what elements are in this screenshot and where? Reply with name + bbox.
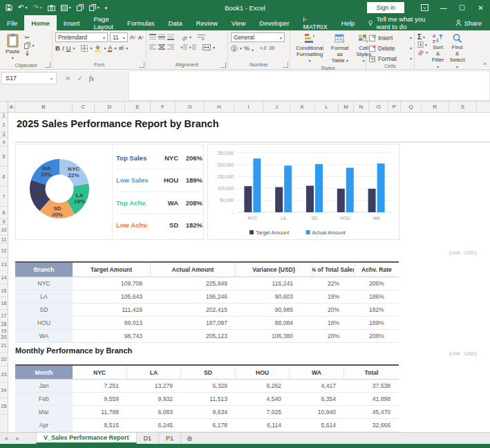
menu-tab-page-layout[interactable]: Page Layout (86, 15, 120, 30)
clear-button[interactable]: ▾ (417, 49, 428, 55)
align-right-icon[interactable] (167, 43, 174, 52)
cut-button[interactable]: ✂ (24, 34, 34, 40)
column-header-F[interactable]: F (151, 102, 176, 112)
row-header-24[interactable]: 24 (0, 382, 8, 398)
menu-tab-developer[interactable]: Developer (252, 15, 296, 30)
name-box[interactable]: S17▾ (1, 72, 57, 84)
autosum-button[interactable]: Σ▾ (417, 34, 428, 40)
column-header-E[interactable]: E (125, 102, 151, 112)
row-header-21[interactable]: 21 (0, 339, 8, 353)
sheet-tab-p1[interactable]: P1 (159, 433, 181, 444)
column-header-O[interactable]: O (369, 102, 388, 112)
column-header-A[interactable]: A (8, 102, 15, 112)
column-header-G[interactable]: G (176, 102, 205, 112)
wrap-text-button[interactable] (198, 32, 205, 41)
increase-font-icon[interactable]: A˄ (130, 33, 136, 42)
align-bottom-icon[interactable] (167, 32, 174, 41)
monthly-row-apr[interactable]: Apr8,5156,2456,1786,1145,61432,666 (15, 419, 399, 432)
menu-tab-data[interactable]: Data (162, 15, 189, 30)
qat-customize-icon[interactable]: ▾ (105, 6, 108, 10)
formula-input[interactable] (129, 71, 490, 101)
align-left-icon[interactable] (149, 43, 156, 52)
share-button[interactable]: Share (447, 15, 490, 30)
number-dialog-launcher[interactable] (283, 62, 288, 68)
row-header-5[interactable]: 5 (0, 147, 8, 167)
decrease-font-icon[interactable]: A˅ (138, 33, 144, 42)
branch-row-nyc[interactable]: NYC109,708225,949116,24122%206% (15, 277, 399, 290)
copy-button[interactable]: ▾ (24, 42, 34, 48)
column-header-R[interactable]: R (422, 102, 449, 112)
column-header-I[interactable]: I (234, 102, 263, 112)
font-name-combo[interactable]: Pretendard▾ (55, 32, 108, 42)
tell-me-box[interactable]: Tell me what you want to do (361, 15, 446, 30)
row-header-12[interactable]: 12 (0, 243, 8, 258)
column-header-S[interactable]: S (449, 102, 477, 112)
row-header-15[interactable]: 15 (0, 284, 8, 297)
cancel-entry-icon[interactable]: ✕ (65, 75, 70, 82)
merge-center-button[interactable] (202, 43, 211, 52)
row-header-3[interactable]: 3 (0, 132, 8, 138)
increase-decimal-button[interactable]: +.0 (260, 44, 266, 53)
column-header-B[interactable]: B (15, 102, 73, 112)
column-header-N[interactable]: N (354, 102, 369, 112)
column-header-K[interactable]: K (290, 102, 315, 112)
insert-function-icon[interactable]: fx (89, 75, 94, 82)
menu-tab-i-matrix[interactable]: i-MATRIX (296, 15, 334, 30)
accounting-format-button[interactable]: $ (231, 44, 238, 53)
comma-style-button[interactable]: , (252, 44, 254, 53)
row-header-8[interactable]: 8 (0, 207, 8, 219)
monthly-row-feb[interactable]: Feb9,5599,93211,5134,5406,35441,898 (15, 393, 399, 406)
borders-button[interactable] (81, 44, 88, 53)
row-header-16[interactable]: 16 (0, 297, 8, 310)
alignment-dialog-launcher[interactable] (220, 62, 226, 68)
select-all-corner[interactable] (0, 102, 8, 112)
menu-tab-help[interactable]: Help (334, 15, 362, 30)
close-button[interactable]: ✕ (471, 0, 490, 15)
insert-cells-button[interactable]: Insert▾ (369, 33, 412, 42)
orientation-button[interactable]: ab (180, 32, 187, 41)
row-header-11[interactable]: 11 (0, 236, 8, 243)
increase-indent-icon[interactable] (189, 43, 196, 52)
row-header-14[interactable]: 14 (0, 271, 8, 284)
branch-row-wa[interactable]: WA98,743205,123106,38020%208% (15, 330, 399, 343)
row-header-17[interactable]: 17 (0, 310, 8, 322)
decrease-decimal-button[interactable]: .00 (268, 44, 274, 53)
row-header-6[interactable]: 6 (0, 167, 8, 187)
find-select-button[interactable]: Find &Select ▾ (448, 32, 467, 71)
row-header-10[interactable]: 10 (0, 225, 8, 236)
sort-filter-button[interactable]: AZ Sort &Filter ▾ (430, 32, 446, 71)
sheet-nav-right-icon[interactable]: ► (12, 433, 23, 444)
italic-button[interactable]: I (62, 44, 64, 53)
row-header-13[interactable]: 13 (0, 258, 8, 271)
column-header-Q[interactable]: Q (401, 102, 422, 112)
fill-button[interactable]: ▾ (417, 41, 428, 48)
align-center-icon[interactable] (158, 43, 165, 52)
column-header-J[interactable]: J (263, 102, 290, 112)
decrease-indent-icon[interactable] (180, 43, 187, 52)
paste-special-icon[interactable]: ▾ (89, 4, 100, 11)
column-header-M[interactable]: M (339, 102, 354, 112)
menu-tab-formulas[interactable]: Formulas (120, 15, 162, 30)
column-header-L[interactable]: L (315, 102, 339, 112)
maximize-button[interactable]: ☐ (453, 0, 471, 15)
redo-icon[interactable]: ↷▾ (32, 4, 41, 11)
confirm-entry-icon[interactable]: ✓ (77, 75, 82, 82)
camera-icon[interactable] (48, 5, 55, 11)
align-top-icon[interactable] (149, 32, 156, 41)
row-header-4[interactable]: 4 (0, 138, 8, 147)
font-size-combo[interactable]: 11▾ (110, 32, 128, 42)
align-middle-icon[interactable] (158, 32, 165, 41)
sheet-tab-v-sales-performance-report[interactable]: V_Sales Performance Report (36, 433, 137, 444)
conditional-formatting-button[interactable]: ConditionalFormatting ▾ (293, 32, 326, 65)
ribbon-display-options-icon[interactable] (415, 0, 434, 15)
sheet-nav-left-icon[interactable]: ◄ (0, 433, 12, 444)
format-cells-button[interactable]: Format▾ (369, 54, 412, 63)
column-header-H[interactable]: H (205, 102, 234, 112)
menu-tab-home[interactable]: Home (24, 15, 56, 30)
column-header-D[interactable]: D (95, 102, 125, 112)
row-header-7[interactable]: 7 (0, 187, 8, 207)
font-color-button[interactable]: A (108, 44, 112, 53)
monthly-row-jan[interactable]: Jan7,25113,2796,3296,2624,41737,538 (15, 380, 399, 393)
phonetic-guide-button[interactable]: ab̃ (118, 44, 124, 53)
save-icon[interactable] (6, 4, 12, 11)
